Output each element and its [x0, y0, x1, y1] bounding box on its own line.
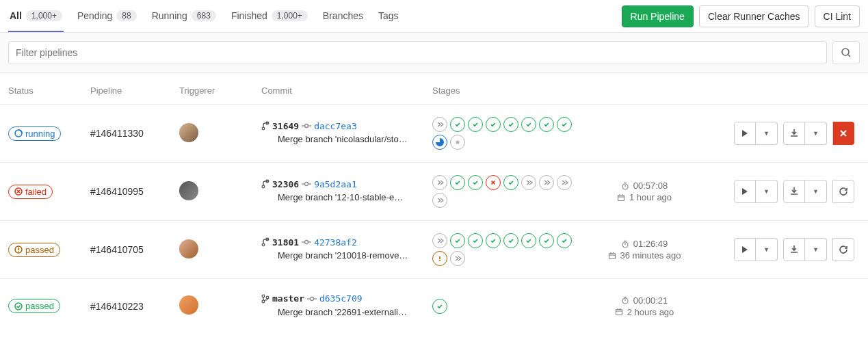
download-button[interactable]	[783, 180, 805, 203]
stage-skipped[interactable]	[432, 117, 447, 132]
svg-rect-35	[609, 253, 615, 258]
header-stages: Stages	[432, 85, 590, 96]
commit-icon	[302, 239, 311, 245]
ref-name[interactable]: 32306	[272, 179, 299, 189]
row-actions: ▼▼	[734, 238, 854, 261]
tab-tags[interactable]: Tags	[377, 0, 400, 32]
pipeline-id[interactable]: #146411330	[90, 128, 144, 139]
tab-label: Branches	[323, 10, 363, 21]
play-button[interactable]	[734, 180, 756, 203]
triggerer-avatar[interactable]	[179, 181, 198, 200]
ref-icon	[261, 121, 269, 131]
timer-icon	[621, 240, 629, 248]
status-label: passed	[25, 301, 54, 311]
commit-sha[interactable]: 42738af2	[314, 237, 357, 248]
svg-point-40	[262, 295, 265, 297]
pipeline-id[interactable]: #146410705	[90, 244, 144, 255]
download-dropdown[interactable]: ▼	[805, 180, 827, 203]
status-label: passed	[25, 245, 54, 255]
stage-skipped[interactable]	[432, 193, 447, 208]
ref-name[interactable]: master	[272, 293, 304, 304]
search-button[interactable]	[832, 41, 860, 64]
stage-success[interactable]	[468, 175, 483, 190]
status-badge[interactable]: passed	[8, 299, 60, 313]
clear-caches-button[interactable]: Clear Runner Caches	[699, 5, 809, 27]
play-button[interactable]	[734, 122, 756, 145]
stage-dot[interactable]	[450, 135, 465, 150]
tab-branches[interactable]: Branches	[321, 0, 365, 32]
play-button[interactable]	[734, 238, 756, 261]
status-badge[interactable]: running	[8, 127, 61, 141]
run-pipeline-button[interactable]: Run Pipeline	[622, 5, 694, 27]
stage-skipped[interactable]	[450, 251, 465, 266]
tab-count-badge: 88	[116, 10, 136, 21]
download-button[interactable]	[783, 122, 805, 145]
pipeline-id[interactable]: #146410223	[90, 301, 144, 312]
stage-success[interactable]	[521, 117, 536, 132]
stage-failed[interactable]	[486, 175, 501, 190]
cancel-button[interactable]	[832, 122, 854, 145]
commit-sha[interactable]: dacc7ea3	[314, 121, 357, 131]
stage-skipped[interactable]	[432, 233, 447, 248]
download-button[interactable]	[783, 238, 805, 261]
stage-success[interactable]	[503, 117, 518, 132]
retry-button[interactable]	[832, 238, 854, 261]
svg-point-0	[842, 49, 849, 55]
stage-warning[interactable]	[432, 251, 447, 266]
tab-pending[interactable]: Pending88	[76, 0, 138, 32]
svg-point-43	[310, 297, 313, 300]
stage-success[interactable]	[468, 117, 483, 132]
status-badge[interactable]: failed	[8, 185, 53, 199]
triggerer-avatar[interactable]	[179, 239, 198, 258]
stage-success[interactable]	[539, 117, 554, 132]
play-dropdown[interactable]: ▼	[756, 180, 778, 203]
stage-success[interactable]	[450, 233, 465, 248]
commit-sha[interactable]: 9a5d2aa1	[314, 179, 357, 189]
column-headers: Status Pipeline Triggerer Commit Stages	[0, 73, 868, 104]
author-avatar	[261, 249, 275, 263]
stage-success[interactable]	[503, 175, 518, 190]
stage-success[interactable]	[450, 175, 465, 190]
triggerer-avatar[interactable]	[179, 295, 198, 315]
ref-icon	[261, 179, 269, 189]
tab-all[interactable]: All1,000+	[8, 0, 64, 32]
play-dropdown[interactable]: ▼	[756, 238, 778, 261]
search-icon	[841, 47, 852, 58]
stage-success[interactable]	[486, 117, 501, 132]
stage-success[interactable]	[503, 233, 518, 248]
stage-success[interactable]	[539, 233, 554, 248]
download-dropdown[interactable]: ▼	[805, 122, 827, 145]
duration: 01:26:49	[633, 239, 668, 249]
stage-success[interactable]	[557, 233, 572, 248]
stage-skipped[interactable]	[539, 175, 554, 190]
stage-success[interactable]	[432, 299, 447, 314]
stage-success[interactable]	[557, 117, 572, 132]
status-icon	[14, 129, 23, 137]
stage-running[interactable]	[432, 135, 447, 150]
stage-success[interactable]	[521, 233, 536, 248]
stage-skipped[interactable]	[557, 175, 572, 190]
tab-finished[interactable]: Finished1,000+	[230, 0, 309, 32]
ref-name[interactable]: 31801	[272, 237, 299, 248]
tab-running[interactable]: Running683	[150, 0, 218, 32]
play-dropdown[interactable]: ▼	[756, 122, 778, 145]
filter-input[interactable]	[8, 41, 827, 64]
commit-sha[interactable]: d635c709	[319, 293, 363, 304]
pipeline-id[interactable]: #146410995	[90, 186, 144, 197]
ref-name[interactable]: 31649	[272, 121, 299, 131]
download-dropdown[interactable]: ▼	[805, 238, 827, 261]
stage-success[interactable]	[450, 117, 465, 132]
stage-success[interactable]	[468, 233, 483, 248]
retry-button[interactable]	[832, 180, 854, 203]
triggerer-avatar[interactable]	[179, 123, 198, 142]
stage-skipped[interactable]	[432, 175, 447, 190]
stage-skipped[interactable]	[521, 175, 536, 190]
time-info: 00:00:212 hours ago	[590, 295, 699, 317]
stage-success[interactable]	[486, 233, 501, 248]
ci-lint-button[interactable]: CI Lint	[815, 5, 860, 27]
header-commit: Commit	[261, 85, 432, 96]
author-avatar	[261, 133, 275, 146]
status-badge[interactable]: passed	[8, 243, 60, 257]
topbar: All1,000+Pending88Running683Finished1,00…	[0, 0, 868, 33]
commit-message: Merge branch '12-10-stable-e…	[278, 192, 403, 202]
